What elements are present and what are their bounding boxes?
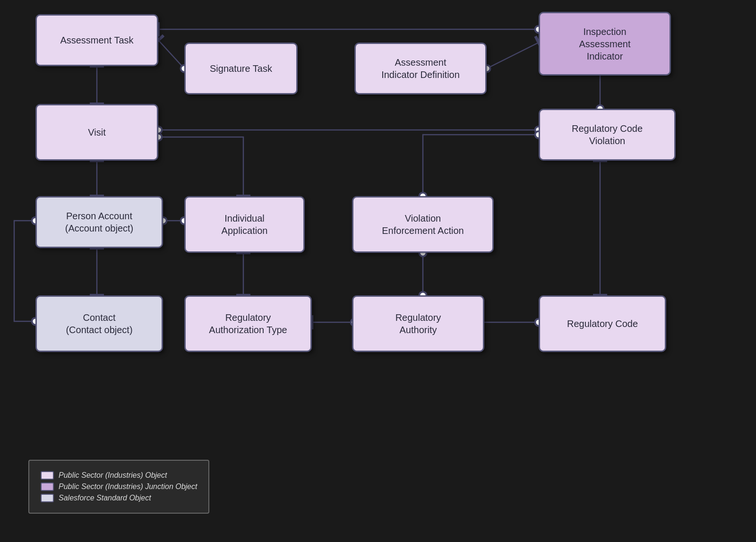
legend-item-3: Salesforce Standard Object [41, 494, 197, 502]
individual-application-node[interactable]: IndividualApplication [184, 196, 305, 253]
legend: Public Sector (Industries) Object Public… [28, 460, 209, 514]
regulatory-code-node[interactable]: Regulatory Code [539, 295, 666, 352]
legend-label-2: Public Sector (Industries) Junction Obje… [59, 482, 197, 491]
regulatory-authority-label: RegulatoryAuthority [395, 311, 441, 336]
regulatory-authorization-type-label: RegulatoryAuthorization Type [209, 311, 287, 336]
regulatory-code-violation-node[interactable]: Regulatory CodeViolation [539, 109, 676, 161]
legend-label-1: Public Sector (Industries) Object [59, 471, 167, 480]
person-account-node[interactable]: Person Account(Account object) [35, 196, 163, 248]
assessment-task-node[interactable]: Assessment Task [35, 14, 158, 66]
person-account-label: Person Account(Account object) [65, 210, 134, 234]
regulatory-code-violation-label: Regulatory CodeViolation [572, 122, 643, 147]
inspection-assessment-indicator-label: InspectionAssessmentIndicator [579, 26, 631, 62]
diagram-container: Assessment Task Signature Task Assessmen… [0, 0, 756, 542]
legend-item-1: Public Sector (Industries) Object [41, 471, 197, 480]
visit-label: Visit [88, 126, 105, 138]
legend-box-3 [41, 494, 54, 502]
assessment-task-label: Assessment Task [60, 34, 133, 46]
assessment-indicator-def-node[interactable]: AssessmentIndicator Definition [354, 43, 487, 95]
inspection-assessment-indicator-node[interactable]: InspectionAssessmentIndicator [539, 12, 671, 76]
violation-enforcement-action-label: ViolationEnforcement Action [382, 212, 464, 237]
svg-line-5 [487, 43, 539, 69]
visit-node[interactable]: Visit [35, 104, 158, 161]
violation-enforcement-action-node[interactable]: ViolationEnforcement Action [352, 196, 494, 253]
individual-application-label: IndividualApplication [222, 212, 268, 237]
regulatory-authorization-type-node[interactable]: RegulatoryAuthorization Type [184, 295, 312, 352]
signature-task-node[interactable]: Signature Task [184, 43, 298, 95]
svg-line-3 [158, 40, 184, 69]
signature-task-label: Signature Task [210, 62, 272, 75]
legend-box-1 [41, 471, 54, 480]
legend-item-2: Public Sector (Industries) Junction Obje… [41, 482, 197, 491]
assessment-indicator-def-label: AssessmentIndicator Definition [381, 56, 460, 81]
contact-label: Contact(Contact object) [66, 311, 132, 336]
regulatory-authority-node[interactable]: RegulatoryAuthority [352, 295, 484, 352]
legend-label-3: Salesforce Standard Object [59, 494, 151, 502]
contact-node[interactable]: Contact(Contact object) [35, 295, 163, 352]
legend-box-2 [41, 482, 54, 491]
regulatory-code-label: Regulatory Code [567, 318, 638, 330]
